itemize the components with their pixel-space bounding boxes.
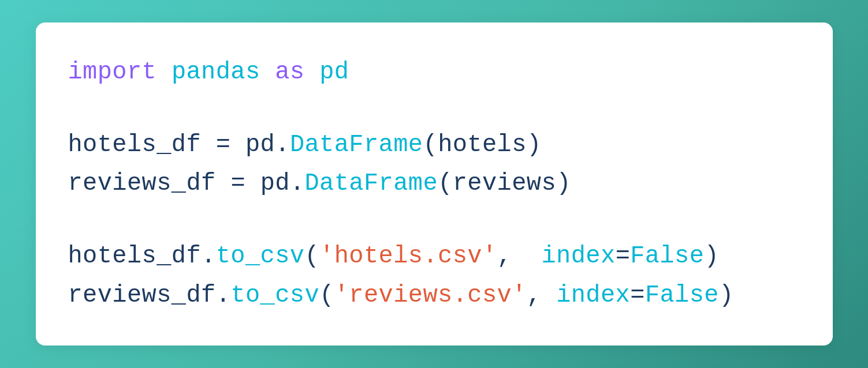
var-hotels-df: hotels_df (68, 126, 202, 164)
obj-pd-3: pd (260, 164, 290, 203)
var-reviews-df: reviews_df (68, 164, 216, 203)
spacer-1 (68, 92, 800, 126)
code-line-2: hotels_df = pd . DataFrame ( hotels ) (68, 126, 800, 164)
dot-3: . (290, 164, 305, 203)
method-dataframe-1: DataFrame (290, 126, 423, 164)
var-reviews-df-5: reviews_df (68, 276, 216, 315)
dot-2: . (275, 126, 290, 164)
keyword-import: import (68, 53, 157, 92)
spacer-2 (68, 204, 800, 238)
alias-pd: pd (319, 53, 349, 92)
operator-eq-3: = (230, 164, 245, 203)
obj-pd-2: pd (245, 126, 275, 164)
code-line-3: reviews_df = pd . DataFrame ( reviews ) (68, 164, 800, 203)
val-false-1: False (630, 237, 704, 276)
code-line-1: import pandas as pd (68, 53, 800, 92)
code-block: import pandas as pd hotels_df = pd . Dat… (68, 53, 800, 315)
param-index-2: index (556, 276, 630, 315)
module-pandas: pandas (172, 53, 260, 92)
code-line-4: hotels_df . to_csv ( 'hotels.csv' , inde… (68, 237, 800, 276)
keyword-as: as (275, 53, 304, 92)
arg-hotels: hotels (438, 126, 527, 164)
param-index-1: index (542, 237, 616, 276)
code-card: import pandas as pd hotels_df = pd . Dat… (36, 22, 833, 346)
val-false-2: False (645, 276, 719, 315)
method-dataframe-2: DataFrame (305, 164, 438, 203)
method-to-csv-2: to_csv (230, 276, 319, 315)
method-to-csv-1: to_csv (216, 237, 305, 276)
string-reviews-csv: 'reviews.csv' (334, 276, 527, 315)
arg-reviews: reviews (453, 164, 556, 203)
operator-eq: = (216, 126, 231, 164)
code-line-5: reviews_df . to_csv ( 'reviews.csv' , in… (68, 276, 800, 315)
string-hotels-csv: 'hotels.csv' (319, 237, 497, 276)
var-hotels-df-4: hotels_df (68, 237, 202, 276)
